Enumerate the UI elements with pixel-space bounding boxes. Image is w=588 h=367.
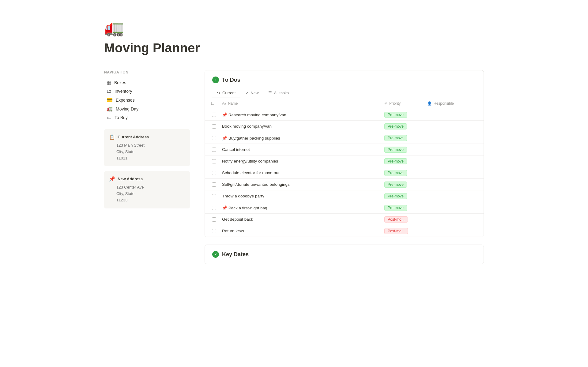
row-checkbox[interactable] — [209, 124, 220, 129]
table-row: Schedule elevator for move-out Pre-move — [205, 167, 484, 179]
row-priority: Pre-move — [382, 110, 425, 120]
row-responsible — [425, 183, 480, 186]
moving-day-icon: 🚛 — [107, 106, 113, 112]
row-checkbox[interactable] — [209, 206, 220, 210]
key-dates-title: Key Dates — [222, 251, 249, 258]
priority-badge: Pre-move — [384, 193, 407, 199]
priority-badge: Pre-move — [384, 123, 407, 129]
new-address-icon: 📌 — [109, 176, 115, 182]
table-row: Book moving company/van Pre-move — [205, 121, 484, 132]
tab-all-tasks-label: All tasks — [274, 91, 288, 95]
row-checkbox[interactable] — [209, 194, 220, 198]
table-row: 📌 Buy/gather packing supplies Pre-move — [205, 132, 484, 144]
priority-badge: Pre-move — [384, 158, 407, 164]
row-priority: Pre-move — [382, 191, 425, 201]
row-priority: Pre-move — [382, 180, 425, 189]
sidebar-item-inventory[interactable]: 🗂 Inventory — [104, 87, 190, 95]
col-header-name: Aa Name — [220, 100, 382, 107]
row-name: Get deposit back — [220, 215, 382, 223]
row-checkbox[interactable] — [209, 113, 220, 117]
row-checkbox[interactable] — [209, 171, 220, 175]
new-address-title: New Address — [118, 177, 143, 181]
row-name: 📌 Research moving company/van — [220, 110, 382, 119]
row-priority: Post-mo... — [382, 226, 425, 236]
nav-list: ▦ Boxes 🗂 Inventory 💳 Expenses 🚛 Moving … — [104, 78, 190, 122]
row-priority: Pre-move — [382, 168, 425, 178]
current-address-line1: 123 Main Street — [116, 142, 185, 149]
key-dates-header: ✓ Key Dates — [205, 245, 484, 264]
row-name: Return keys — [220, 227, 382, 235]
sidebar-item-label: To Buy — [115, 115, 128, 120]
row-name: Sell/gift/donate unwanted belongings — [220, 180, 382, 189]
row-name: Notify energy/utility companies — [220, 157, 382, 165]
table-row: Get deposit back Post-mo... — [205, 214, 484, 225]
row-priority: Pre-move — [382, 133, 425, 143]
priority-badge: Pre-move — [384, 147, 407, 153]
sidebar-item-label: Expenses — [116, 98, 134, 103]
tab-current-icon: ↪ — [217, 91, 221, 95]
row-responsible — [425, 136, 480, 140]
current-address-icon: 📋 — [109, 134, 115, 140]
sidebar-item-to-buy[interactable]: 🏷 To Buy — [104, 113, 190, 122]
table-row: Cancel internet Pre-move — [205, 144, 484, 155]
todos-header: ✓ To Dos — [205, 70, 484, 88]
col-header-responsible: 👤 Responsible — [425, 100, 480, 107]
row-responsible — [425, 194, 480, 198]
priority-badge: Pre-move — [384, 205, 407, 211]
row-responsible — [425, 113, 480, 117]
page-icon: 🚛 — [104, 18, 484, 37]
row-priority: Pre-move — [382, 145, 425, 155]
row-name: 📌 Pack a first-night bag — [220, 204, 382, 212]
sidebar-item-moving-day[interactable]: 🚛 Moving Day — [104, 104, 190, 113]
nav-heading: Navigation — [104, 70, 190, 74]
row-name: Book moving company/van — [220, 122, 382, 130]
row-checkbox[interactable] — [209, 217, 220, 222]
tab-current[interactable]: ↪ Current — [212, 88, 240, 98]
priority-badge: Pre-move — [384, 112, 407, 118]
row-responsible — [425, 218, 480, 221]
key-dates-check-icon: ✓ — [212, 251, 219, 258]
row-responsible — [425, 159, 480, 163]
row-checkbox[interactable] — [209, 148, 220, 152]
todos-section: ✓ To Dos ↪ Current ↗ New ☰ All task — [205, 70, 484, 237]
row-checkbox[interactable] — [209, 136, 220, 140]
new-address-line3: 11233 — [116, 197, 185, 204]
priority-badge: Post-mo... — [384, 216, 408, 223]
current-address-title: Current Address — [118, 135, 149, 139]
table-row: Sell/gift/donate unwanted belongings Pre… — [205, 179, 484, 190]
priority-badge: Pre-move — [384, 182, 407, 188]
row-name: Throw a goodbye party — [220, 192, 382, 200]
expenses-icon: 💳 — [107, 97, 113, 103]
sidebar: Navigation ▦ Boxes 🗂 Inventory 💳 Expense… — [104, 70, 190, 213]
row-priority: Pre-move — [382, 122, 425, 131]
row-checkbox[interactable] — [209, 182, 220, 187]
tab-all-tasks-icon: ☰ — [268, 91, 272, 95]
tab-new-label: New — [251, 91, 258, 95]
table-row: Notify energy/utility companies Pre-move — [205, 155, 484, 167]
tab-all-tasks[interactable]: ☰ All tasks — [263, 88, 293, 98]
row-checkbox[interactable] — [209, 159, 220, 163]
new-address-card: 📌 New Address 123 Center Ave City, State… — [104, 171, 190, 208]
todos-check-icon: ✓ — [212, 77, 219, 83]
row-name: Schedule elevator for move-out — [220, 169, 382, 177]
sidebar-item-expenses[interactable]: 💳 Expenses — [104, 95, 190, 104]
responsible-col-icon: 👤 — [427, 101, 432, 106]
todos-title: To Dos — [222, 77, 240, 83]
priority-badge: Pre-move — [384, 170, 407, 176]
row-checkbox[interactable] — [209, 229, 220, 233]
sidebar-item-boxes[interactable]: ▦ Boxes — [104, 78, 190, 87]
inventory-icon: 🗂 — [107, 88, 111, 94]
col-header-priority: ✳ Priority — [382, 100, 425, 107]
table-row: Return keys Post-mo... — [205, 225, 484, 237]
tab-new[interactable]: ↗ New — [240, 88, 263, 98]
row-responsible — [425, 206, 480, 210]
tab-new-icon: ↗ — [245, 91, 249, 95]
sidebar-item-label: Moving Day — [116, 107, 138, 111]
row-name: Cancel internet — [220, 145, 382, 154]
row-name: 📌 Buy/gather packing supplies — [220, 134, 382, 142]
tab-current-label: Current — [222, 91, 236, 95]
row-priority: Pre-move — [382, 156, 425, 166]
row-responsible — [425, 229, 480, 233]
key-dates-section: ✓ Key Dates — [205, 245, 484, 264]
todos-tabs: ↪ Current ↗ New ☰ All tasks — [205, 88, 484, 98]
